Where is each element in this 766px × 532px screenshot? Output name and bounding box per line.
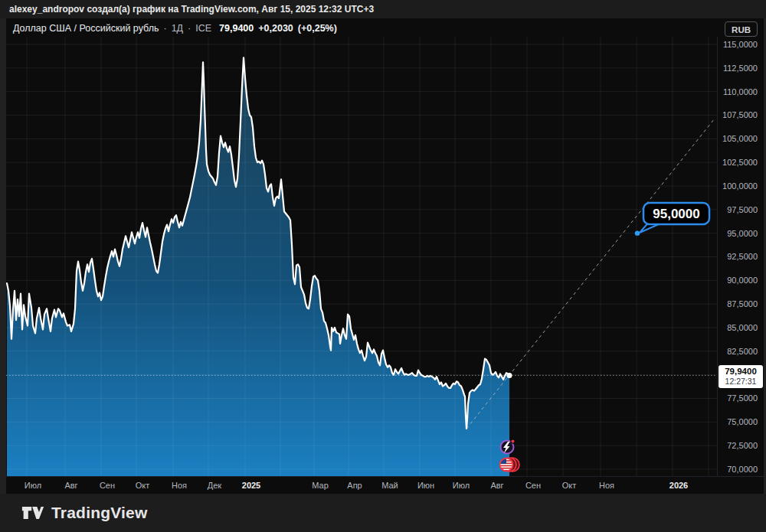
- currency-unit-button[interactable]: RUB: [725, 21, 758, 37]
- separator-dot: ·: [163, 23, 166, 34]
- y-axis-label: 85,0000: [727, 322, 758, 333]
- tradingview-logo-icon: [21, 504, 44, 522]
- x-axis-label: Дек: [208, 477, 221, 494]
- chart-legend[interactable]: Доллар США / Российский рубль · 1Д · ICE…: [13, 23, 337, 34]
- price-callout[interactable]: 95,0000: [640, 203, 709, 233]
- interval-label[interactable]: 1Д: [172, 23, 183, 34]
- x-axis-label: Май: [381, 477, 398, 494]
- x-axis-label: Авг: [64, 477, 77, 494]
- price-chart[interactable]: 95,0000: [6, 37, 717, 476]
- y-axis-label: 87,5000: [727, 299, 758, 309]
- area-fill: [7, 57, 509, 476]
- x-axis-label: Окт: [136, 477, 150, 494]
- price-axis[interactable]: 115,0000112,5000110,0000107,5000105,0000…: [717, 37, 764, 476]
- y-axis-label: 97,5000: [727, 204, 758, 215]
- y-axis-label: 95,0000: [727, 228, 758, 239]
- attribution-text: alexey_andropov создал(а) график на Trad…: [9, 4, 374, 15]
- x-axis-label: Сен: [100, 477, 115, 494]
- y-axis-label: 72,5000: [727, 440, 758, 451]
- y-axis-label: 112,5000: [723, 63, 758, 73]
- y-axis-label: 115,0000: [723, 39, 758, 50]
- y-axis-label: 110,0000: [723, 86, 758, 97]
- y-axis-label: 92,5000: [727, 251, 758, 262]
- y-axis-label: 105,0000: [722, 133, 758, 144]
- price-change-percent: (+0,25%): [298, 23, 337, 34]
- price-change: +0,2030: [258, 23, 293, 34]
- y-axis-label: 100,0000: [722, 181, 758, 191]
- chart-widget: Доллар США / Российский рубль · 1Д · ICE…: [6, 18, 764, 494]
- y-axis-label: 102,5000: [722, 157, 758, 168]
- x-axis-label: Ноя: [599, 477, 614, 494]
- axis-price-value: 79,9400: [719, 367, 763, 377]
- x-axis-label: Ноя: [172, 477, 187, 494]
- last-price-axis-label: 79,9400 12:27:31: [719, 365, 763, 388]
- bar-countdown: 12:27:31: [719, 377, 763, 386]
- callout-text: 95,0000: [653, 207, 699, 221]
- x-axis-label: 2026: [669, 477, 688, 494]
- x-axis-label: Июл: [453, 477, 470, 494]
- time-axis[interactable]: ИюлАвгСенОктНояДек2025МарАпрМайИюнИюлАвг…: [6, 476, 764, 494]
- x-axis-label: Авг: [490, 477, 503, 494]
- tradingview-wordmark: TradingView: [51, 504, 148, 522]
- x-axis-label: Мар: [312, 477, 329, 494]
- callout-anchor-dot[interactable]: [635, 230, 640, 235]
- x-axis-label: Апр: [347, 477, 362, 494]
- attribution-bar: alexey_andropov создал(а) график на Trad…: [0, 0, 766, 18]
- separator-dot: ·: [188, 23, 191, 34]
- exchange-label: ICE: [195, 23, 211, 34]
- footer-bar: TradingView: [0, 494, 766, 532]
- y-axis-label: 107,5000: [722, 109, 758, 120]
- last-price-value: 79,9400: [219, 23, 254, 34]
- y-axis-label: 90,0000: [727, 275, 758, 286]
- y-axis-label: 75,0000: [727, 416, 758, 427]
- x-axis-label: 2025: [242, 477, 260, 494]
- y-axis-label: 82,5000: [727, 346, 758, 357]
- last-value-dot: [507, 373, 512, 378]
- x-axis-label: Июн: [417, 477, 434, 494]
- x-axis-label: Сен: [525, 477, 541, 494]
- us-flag-events-icon[interactable]: [500, 458, 520, 472]
- symbol-title[interactable]: Доллар США / Российский рубль: [13, 23, 159, 34]
- x-axis-label: Июл: [25, 477, 41, 494]
- y-axis-label: 70,0000: [727, 464, 758, 475]
- y-axis-label: 77,5000: [727, 393, 758, 403]
- x-axis-label: Окт: [562, 477, 577, 494]
- tradingview-logo[interactable]: TradingView: [21, 504, 148, 522]
- lightning-events-icon[interactable]: [501, 439, 516, 454]
